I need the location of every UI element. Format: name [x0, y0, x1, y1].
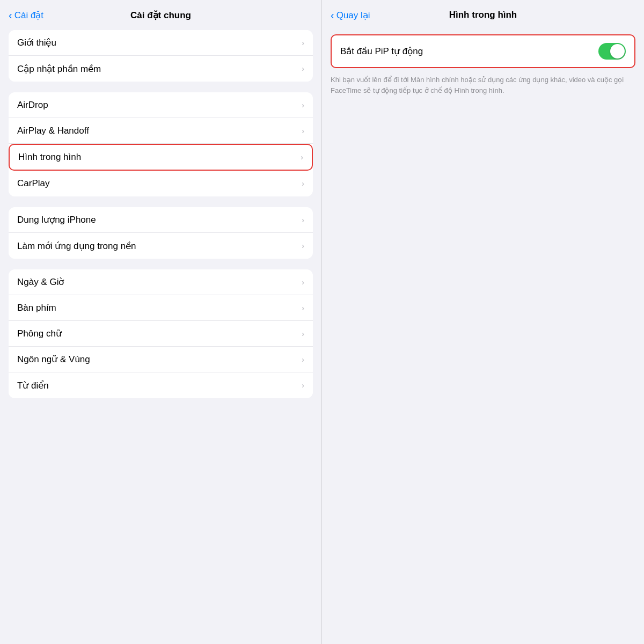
row-carplay[interactable]: CarPlay ›	[9, 171, 313, 196]
right-content: Bắt đầu PiP tự động Khi bạn vuốt lên để …	[322, 34, 644, 96]
section-group-1: Giới thiệu › Cập nhật phần mềm ›	[9, 30, 313, 82]
right-nav-back[interactable]: ‹ Quay lại	[331, 10, 370, 21]
row-gioi-thieu[interactable]: Giới thiệu ›	[9, 30, 313, 56]
chevron-ban-phim-icon: ›	[302, 304, 304, 312]
row-dung-luong-label: Dung lượng iPhone	[17, 214, 96, 225]
chevron-hinh-icon: ›	[301, 153, 303, 162]
row-phong-chu-label: Phông chữ	[17, 328, 62, 339]
toggle-thumb	[610, 44, 625, 58]
back-chevron-icon: ‹	[9, 10, 12, 20]
right-nav-title: Hình trong hình	[449, 10, 517, 20]
row-phong-chu[interactable]: Phông chữ ›	[9, 321, 313, 347]
right-nav-back-label: Quay lại	[336, 10, 370, 21]
chevron-gioi-thieu-icon: ›	[302, 39, 304, 47]
row-ban-phim[interactable]: Bàn phím ›	[9, 295, 313, 321]
chevron-ngon-ngu-icon: ›	[302, 355, 304, 364]
row-ngon-ngu[interactable]: Ngôn ngữ & Vùng ›	[9, 347, 313, 372]
section-2: AirDrop › AirPlay & Handoff › Hình trong…	[9, 92, 313, 196]
left-nav-back-label: Cài đặt	[14, 10, 43, 21]
left-panel: ‹ Cài đặt Cài đặt chung Giới thiệu › Cập…	[0, 0, 322, 644]
chevron-tu-dien-icon: ›	[302, 381, 304, 390]
right-back-chevron-icon: ‹	[331, 10, 334, 20]
section-1: Giới thiệu › Cập nhật phần mềm ›	[9, 30, 313, 82]
row-airplay-label: AirPlay & Handoff	[17, 126, 89, 136]
chevron-dung-luong-icon: ›	[302, 216, 304, 224]
section-group-3: Dung lượng iPhone › Làm mới ứng dụng tro…	[9, 207, 313, 259]
row-airplay[interactable]: AirPlay & Handoff ›	[9, 118, 313, 144]
left-nav-title: Cài đặt chung	[130, 10, 191, 21]
row-tu-dien[interactable]: Từ điển ›	[9, 372, 313, 398]
row-lam-moi-label: Làm mới ứng dụng trong nền	[17, 240, 136, 252]
row-dung-luong[interactable]: Dung lượng iPhone ›	[9, 207, 313, 233]
row-tu-dien-label: Từ điển	[17, 380, 49, 391]
row-ngay-gio-label: Ngày & Giờ	[17, 276, 64, 288]
row-carplay-label: CarPlay	[17, 178, 49, 189]
section-4: Ngày & Giờ › Bàn phím › Phông chữ › Ngôn…	[9, 269, 313, 398]
row-lam-moi[interactable]: Làm mới ứng dụng trong nền ›	[9, 233, 313, 259]
chevron-lam-moi-icon: ›	[302, 241, 304, 250]
row-cap-nhat-label: Cập nhật phần mềm	[17, 63, 101, 75]
chevron-phong-chu-icon: ›	[302, 330, 304, 338]
section-group-4: Ngày & Giờ › Bàn phím › Phông chữ › Ngôn…	[9, 269, 313, 398]
pip-description: Khi bạn vuốt lên để đi tới Màn hình chín…	[331, 75, 635, 96]
row-gioi-thieu-label: Giới thiệu	[17, 37, 56, 48]
pip-toggle[interactable]	[598, 43, 626, 60]
row-hinh-label: Hình trong hình	[18, 152, 81, 163]
row-airdrop[interactable]: AirDrop ›	[9, 92, 313, 118]
row-ngon-ngu-label: Ngôn ngữ & Vùng	[17, 354, 90, 365]
right-nav-bar: ‹ Quay lại Hình trong hình	[322, 0, 644, 30]
row-ngay-gio[interactable]: Ngày & Giờ ›	[9, 269, 313, 295]
row-hinh-trong-hinh[interactable]: Hình trong hình ›	[9, 144, 313, 171]
right-panel: ‹ Quay lại Hình trong hình Bắt đầu PiP t…	[322, 0, 644, 644]
left-settings-content: Giới thiệu › Cập nhật phần mềm › AirDrop…	[0, 30, 321, 644]
section-3: Dung lượng iPhone › Làm mới ứng dụng tro…	[9, 207, 313, 259]
pip-label: Bắt đầu PiP tự động	[340, 46, 423, 57]
left-nav-back[interactable]: ‹ Cài đặt	[9, 10, 43, 21]
chevron-cap-nhat-icon: ›	[302, 64, 304, 73]
section-group-2: AirDrop › AirPlay & Handoff › Hình trong…	[9, 92, 313, 196]
left-nav-bar: ‹ Cài đặt Cài đặt chung	[0, 0, 321, 30]
chevron-airplay-icon: ›	[302, 127, 304, 135]
row-airdrop-label: AirDrop	[17, 100, 48, 111]
row-ban-phim-label: Bàn phím	[17, 303, 56, 313]
chevron-carplay-icon: ›	[302, 179, 304, 188]
row-cap-nhat[interactable]: Cập nhật phần mềm ›	[9, 56, 313, 82]
chevron-ngay-gio-icon: ›	[302, 278, 304, 287]
chevron-airdrop-icon: ›	[302, 101, 304, 109]
pip-toggle-row[interactable]: Bắt đầu PiP tự động	[331, 34, 635, 68]
